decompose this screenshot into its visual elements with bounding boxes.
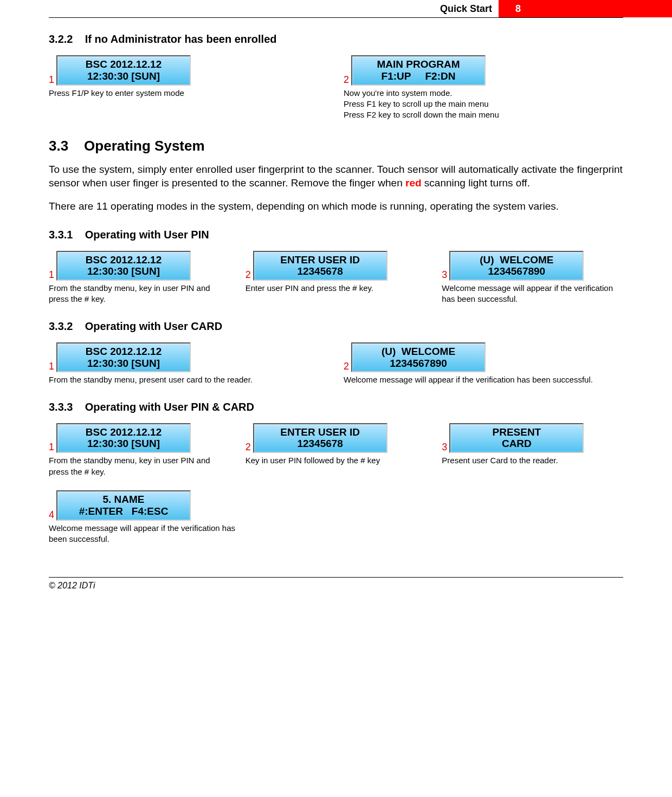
heading-3-3-2: 3.3.2 Operating with User CARD (49, 320, 623, 333)
lcd-display: PRESENT CARD (449, 423, 584, 453)
lcd-line: (U) WELCOME (359, 346, 478, 358)
step-caption: Key in user PIN followed by the # key (245, 455, 427, 466)
header-red-bar (538, 0, 672, 17)
lcd-line: 12:30:30 [SUN] (64, 438, 183, 450)
step-number: 3 (442, 442, 447, 453)
step-caption: Press F1/P key to enter system mode (49, 88, 328, 99)
lcd-display: BSC 2012.12.12 12:30:30 [SUN] (56, 423, 191, 453)
header-rule (49, 17, 623, 18)
step-number: 1 (49, 270, 54, 281)
page-header: Quick Start 8 (0, 0, 672, 17)
lcd-display: BSC 2012.12.12 12:30:30 [SUN] (56, 55, 191, 86)
body-paragraph: To use the system, simply enter enrolled… (49, 163, 623, 190)
lcd-display: ENTER USER ID 12345678 (253, 423, 387, 453)
lcd-line: 12345678 (261, 265, 380, 277)
page-number: 8 (499, 0, 538, 17)
lcd-display: 5. NAME #:ENTER F4:ESC (56, 490, 191, 521)
heading-text: Operating with User PIN (85, 229, 209, 241)
lcd-line: (U) WELCOME (457, 254, 576, 266)
step-number: 1 (49, 442, 54, 453)
heading-3-3-1: 3.3.1 Operating with User PIN (49, 229, 623, 241)
heading-number: 3.3.2 (49, 320, 73, 332)
lcd-line: 5. NAME (64, 494, 183, 506)
heading-number: 3.3.3 (49, 401, 73, 413)
step-caption: Welcome message will appear if the verif… (344, 374, 623, 385)
heading-text: Operating with User PIN & CARD (85, 401, 254, 413)
lcd-display: (U) WELCOME 1234567890 (351, 342, 486, 373)
heading-number: 3.2.2 (49, 33, 73, 45)
step-number: 2 (344, 361, 349, 372)
lcd-line: BSC 2012.12.12 (64, 426, 183, 438)
step-caption: From the standby menu, key in user PIN a… (49, 283, 230, 305)
lcd-display: MAIN PROGRAM F1:UP F2:DN (351, 55, 486, 86)
heading-3-2-2: 3.2.2 If no Administrator has been enrol… (49, 33, 623, 46)
lcd-line: BSC 2012.12.12 (64, 254, 183, 266)
heading-3-3-3: 3.3.3 Operating with User PIN & CARD (49, 401, 623, 413)
lcd-line: BSC 2012.12.12 (64, 59, 183, 70)
text: scanning light turns off. (422, 177, 530, 189)
heading-text: If no Administrator has been enrolled (85, 33, 277, 45)
step-caption: Welcome message will appear if the verif… (442, 283, 623, 305)
body-paragraph: There are 11 operating modes in the syst… (49, 200, 623, 213)
step-number: 2 (245, 270, 251, 281)
step-number: 1 (49, 75, 54, 86)
step-number: 2 (344, 75, 349, 86)
lcd-display: (U) WELCOME 1234567890 (449, 251, 584, 281)
step-caption: From the standby menu, key in user PIN a… (49, 455, 230, 477)
lcd-line: #:ENTER F4:ESC (64, 506, 183, 517)
lcd-line: 1234567890 (359, 358, 478, 370)
lcd-line: BSC 2012.12.12 (64, 346, 183, 358)
lcd-display: ENTER USER ID 12345678 (253, 251, 387, 281)
footer-copyright: © 2012 IDTi (49, 577, 623, 591)
heading-number: 3.3.1 (49, 229, 73, 241)
heading-3-3: 3.3 Operating System (49, 138, 623, 154)
step-caption: Welcome message will appear if the verif… (49, 523, 238, 545)
heading-number: 3.3 (49, 138, 68, 154)
lcd-display: BSC 2012.12.12 12:30:30 [SUN] (56, 342, 191, 373)
text: To use the system, simply enter enrolled… (49, 164, 623, 189)
heading-text: Operating with User CARD (85, 320, 222, 332)
lcd-line: ENTER USER ID (261, 254, 380, 266)
step-caption: From the standby menu, present user card… (49, 374, 328, 385)
heading-text: Operating System (84, 138, 205, 154)
step-caption: Present user Card to the reader. (442, 455, 623, 466)
lcd-line: PRESENT (457, 426, 576, 438)
lcd-line: ENTER USER ID (261, 426, 380, 438)
lcd-line: 12:30:30 [SUN] (64, 358, 183, 370)
step-number: 1 (49, 361, 54, 372)
step-number: 2 (245, 442, 251, 453)
step-number: 3 (442, 270, 447, 281)
lcd-line: CARD (457, 438, 576, 450)
header-label: Quick Start (434, 0, 499, 17)
lcd-display: BSC 2012.12.12 12:30:30 [SUN] (56, 251, 191, 281)
lcd-line: MAIN PROGRAM (359, 59, 478, 70)
lcd-line: 12:30:30 [SUN] (64, 265, 183, 277)
step-number: 4 (49, 510, 54, 521)
step-caption: Now you're into system mode. Press F1 ke… (344, 88, 623, 121)
lcd-line: 12345678 (261, 438, 380, 450)
red-text: red (405, 177, 422, 189)
step-caption: Enter user PIN and press the # key. (245, 283, 427, 294)
lcd-line: 12:30:30 [SUN] (64, 70, 183, 82)
lcd-line: F1:UP F2:DN (359, 70, 478, 82)
lcd-line: 1234567890 (457, 265, 576, 277)
